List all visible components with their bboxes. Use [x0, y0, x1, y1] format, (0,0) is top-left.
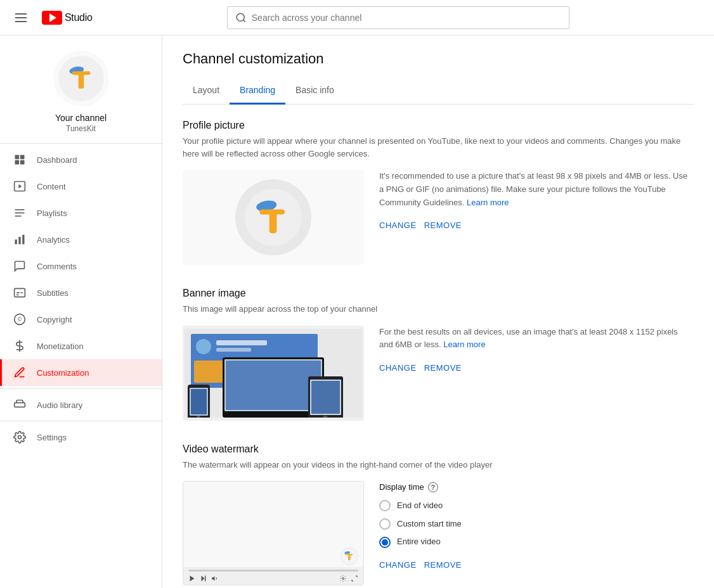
profile-picture-learn-more[interactable]: Learn more — [467, 198, 509, 207]
banner-image-remove-button[interactable]: REMOVE — [424, 361, 462, 375]
video-watermark-remove-button[interactable]: REMOVE — [424, 558, 462, 572]
hamburger-menu-button[interactable] — [10, 8, 32, 27]
tabs: Layout Branding Basic info — [183, 77, 694, 105]
tab-layout[interactable]: Layout — [183, 77, 230, 105]
video-watermark-title: Video watermark — [183, 444, 694, 455]
audio-library-icon — [13, 398, 27, 412]
svg-marker-56 — [202, 576, 205, 582]
tab-branding[interactable]: Branding — [230, 77, 285, 105]
copyright-icon: © — [13, 312, 27, 326]
banner-image-learn-more[interactable]: Learn more — [443, 340, 485, 349]
radio-label-custom-start-time: Custom start time — [397, 518, 462, 531]
display-time-help-icon[interactable]: ? — [428, 482, 438, 492]
radio-group-display-time: End of video Custom start time — [379, 499, 694, 549]
radio-circle-end-of-video — [379, 500, 391, 511]
svg-rect-8 — [15, 160, 20, 165]
youtube-studio-logo[interactable]: Studio — [42, 11, 93, 25]
skip-icon — [200, 575, 207, 582]
sidebar-label-settings: Settings — [37, 433, 67, 442]
video-watermark-change-button[interactable]: CHANGE — [379, 558, 417, 572]
sidebar-item-playlists[interactable]: Playlists — [0, 200, 162, 226]
sidebar-item-subtitles[interactable]: Subtitles — [0, 279, 162, 306]
banner-image-info: For the best results on all devices, use… — [379, 326, 694, 376]
profile-picture-change-button[interactable]: CHANGE — [379, 218, 417, 233]
svg-marker-58 — [212, 577, 215, 581]
svg-rect-40 — [226, 361, 321, 410]
header-search — [93, 6, 704, 29]
search-input[interactable] — [252, 13, 561, 23]
svg-point-26 — [18, 436, 22, 439]
customization-icon — [13, 366, 27, 380]
profile-picture-info-text: It's recommended to use a picture that's… — [379, 171, 687, 207]
sidebar-label-comments: Comments — [37, 262, 77, 271]
banner-image-change-button[interactable]: CHANGE — [379, 361, 417, 375]
sidebar-item-dashboard[interactable]: Dashboard — [0, 146, 162, 173]
profile-picture-title: Profile picture — [183, 120, 694, 131]
sidebar-label-subtitles: Subtitles — [37, 288, 68, 298]
svg-rect-54 — [348, 554, 351, 560]
svg-rect-49 — [191, 389, 207, 414]
content-area: Channel customization Layout Branding Ba… — [162, 35, 714, 588]
svg-rect-5 — [78, 71, 84, 88]
watermark-logo-svg — [341, 547, 358, 565]
banner-image-row: For the best results on all devices, use… — [183, 326, 694, 421]
header: Studio — [0, 0, 714, 35]
sidebar-label-audio-library: Audio library — [37, 400, 82, 410]
page-title: Channel customization — [183, 51, 694, 67]
sidebar-label-dashboard: Dashboard — [37, 155, 77, 165]
channel-avatar[interactable] — [53, 51, 109, 106]
search-icon — [235, 12, 247, 23]
sidebar-label-monetization: Monetization — [37, 342, 84, 351]
sidebar-label-customization: Customization — [37, 368, 89, 378]
sidebar-item-settings[interactable]: Settings — [0, 424, 162, 451]
radio-label-end-of-video: End of video — [397, 499, 443, 513]
tab-basic-info[interactable]: Basic info — [285, 77, 344, 105]
sidebar-item-monetization[interactable]: Monetization — [0, 333, 162, 359]
studio-text: Studio — [65, 12, 93, 23]
channel-name-label: Your channel — [55, 113, 107, 123]
banner-devices-svg — [185, 329, 362, 418]
display-time-label: Display time ? — [379, 481, 694, 494]
sidebar-label-content: Content — [37, 182, 66, 191]
sidebar-divider-bottom — [0, 421, 162, 421]
profile-preview-circle — [235, 179, 311, 255]
subtitles-icon — [13, 286, 27, 300]
video-watermark-actions: CHANGE REMOVE — [379, 558, 694, 572]
header-left: Studio — [10, 8, 93, 27]
profile-picture-info: It's recommended to use a picture that's… — [379, 170, 694, 233]
search-bar — [227, 6, 569, 29]
svg-rect-45 — [311, 381, 340, 414]
sidebar-item-comments[interactable]: Comments — [0, 253, 162, 279]
svg-rect-30 — [269, 209, 277, 233]
profile-picture-preview — [183, 170, 364, 265]
sidebar-item-copyright[interactable]: © Copyright — [0, 306, 162, 333]
play-icon — [188, 575, 196, 582]
radio-end-of-video[interactable]: End of video — [379, 499, 694, 513]
dashboard-icon — [13, 153, 27, 167]
banner-image-info-text: For the best results on all devices, use… — [379, 327, 678, 350]
radio-custom-start-time[interactable]: Custom start time — [379, 518, 694, 531]
svg-rect-34 — [216, 340, 267, 345]
radio-entire-video[interactable]: Entire video — [379, 535, 694, 549]
profile-logo-svg — [245, 189, 302, 246]
svg-rect-15 — [15, 240, 17, 245]
sidebar-item-content[interactable]: Content — [0, 173, 162, 200]
sidebar-label-analytics: Analytics — [37, 235, 70, 245]
radio-circle-entire-video — [379, 537, 391, 548]
svg-rect-57 — [205, 576, 206, 582]
profile-picture-actions: CHANGE REMOVE — [379, 218, 694, 233]
sidebar-item-customization[interactable]: Customization — [0, 359, 162, 386]
sidebar-label-playlists: Playlists — [37, 208, 67, 218]
sidebar-item-audio-library[interactable]: Audio library — [0, 392, 162, 418]
sidebar-divider-top — [0, 143, 162, 144]
banner-image-actions: CHANGE REMOVE — [379, 361, 694, 375]
sidebar-item-analytics[interactable]: Analytics — [0, 226, 162, 253]
svg-point-0 — [237, 13, 244, 21]
profile-picture-section: Profile picture Your profile picture wil… — [183, 120, 694, 265]
banner-image-desc: This image will appear across the top of… — [183, 303, 694, 316]
svg-rect-9 — [20, 160, 25, 165]
monetization-icon — [13, 339, 27, 353]
radio-label-entire-video: Entire video — [397, 535, 441, 549]
profile-picture-remove-button[interactable]: REMOVE — [424, 218, 462, 233]
fullscreen-icon — [351, 575, 358, 582]
